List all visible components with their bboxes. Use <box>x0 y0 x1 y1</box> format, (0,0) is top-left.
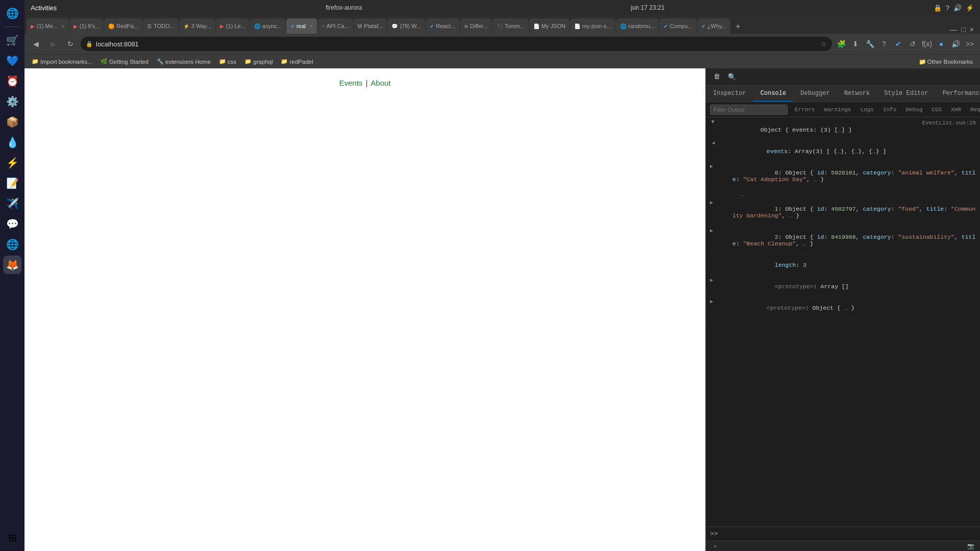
taskbar-icon-apps[interactable]: ⊞ <box>3 529 21 547</box>
bookmark-import[interactable]: 📁 Import bookmarks... <box>29 57 95 66</box>
taskbar-icon-slack[interactable]: 💬 <box>3 215 21 233</box>
filter-xhr[interactable]: XHR <box>947 106 965 114</box>
expand-arrow-8[interactable]: ▶ <box>710 298 716 305</box>
tab-3[interactable]: 🟠 RedPa... <box>104 18 142 34</box>
extensions-icon[interactable]: 🧩 <box>835 38 847 50</box>
tab-label: (1) Me... <box>37 23 58 29</box>
taskbar-icon-discord[interactable]: 💙 <box>3 52 21 70</box>
tab-7[interactable]: 🌐 async... <box>250 18 286 34</box>
tab-13[interactable]: ≋ Differ... <box>460 18 492 34</box>
tab-15[interactable]: 📄 My JSON <box>529 18 570 34</box>
dt-tab-inspector[interactable]: Inspector <box>706 86 753 102</box>
expand-arrow-7[interactable]: ▶ <box>710 277 716 283</box>
power-icon[interactable]: ⚡ <box>966 4 974 12</box>
expand-arrow-1[interactable]: ▶ <box>710 120 716 127</box>
reload-button[interactable]: ↻ <box>63 37 78 51</box>
close-button[interactable]: × <box>970 26 974 34</box>
help-nav-icon[interactable]: ? <box>878 38 890 50</box>
tab-close-active[interactable]: × <box>310 23 313 29</box>
taskbar-icon-clock[interactable]: ⏰ <box>3 72 21 90</box>
bookmarks-other[interactable]: 📁 Other Bookmarks <box>916 57 976 66</box>
expand-arrow-5[interactable]: ▶ <box>710 228 716 234</box>
taskbar-icon-writer[interactable]: 📝 <box>3 174 21 192</box>
tab-12[interactable]: ✔ React... <box>426 18 459 34</box>
bookmark-star-icon[interactable]: ☆ <box>820 40 827 48</box>
filter-debug[interactable]: Debug <box>901 106 926 114</box>
dt-tab-performance[interactable]: Performance <box>936 86 980 102</box>
filter-warnings[interactable]: Warnings <box>820 106 855 114</box>
taskbar-icon-globe[interactable]: 🌐 <box>3 4 21 22</box>
minimize-button[interactable]: — <box>950 26 957 34</box>
bookmark-css[interactable]: 📁 css <box>216 57 239 66</box>
tab-9[interactable]: ~ API Ca... <box>317 18 353 34</box>
audio-icon[interactable]: 🔊 <box>949 38 962 50</box>
sync-icon[interactable]: ✔ <box>892 38 904 50</box>
tab-14[interactable]: ⚫ Tomm... <box>493 18 529 34</box>
console-input[interactable] <box>721 531 976 538</box>
taskbar-icon-chrome[interactable]: 🌐 <box>3 235 21 254</box>
profile-icon[interactable]: f(x) <box>921 38 933 50</box>
tab-18[interactable]: ✔ Compu... <box>659 18 697 34</box>
download-icon[interactable]: ⬇ <box>849 38 862 50</box>
tab-2[interactable]: ▶ (1) It's... <box>69 18 104 34</box>
tab-8-active[interactable]: ✔ real × <box>286 18 317 34</box>
taskbar-icon-droplet[interactable]: 💧 <box>3 133 21 152</box>
taskbar-icon-firefox[interactable]: 🦊 <box>3 256 21 274</box>
taskbar: 🌐 🛒 💙 ⏰ ⚙️ 📦 💧 ⚡ 📝 ✈️ 💬 🌐 🦊 ⊞ <box>0 0 24 551</box>
tab-close[interactable]: × <box>62 23 65 29</box>
address-bar[interactable]: 🔒 localhost:8081 ☆ <box>81 37 832 51</box>
devtools-tabs: Inspector Console Debugger Network Style… <box>706 86 980 102</box>
refresh-icon[interactable]: ↺ <box>906 38 919 50</box>
help-icon[interactable]: ? <box>946 4 949 12</box>
devtools-icon[interactable]: 🔧 <box>864 38 876 50</box>
activities-button[interactable]: Activities <box>31 4 57 12</box>
volume-icon[interactable]: 🔊 <box>953 4 962 12</box>
nav-link-about[interactable]: About <box>371 79 390 87</box>
bookmark-extensions[interactable]: 🔧 extensions Home <box>154 57 214 66</box>
dt-tab-debugger[interactable]: Debugger <box>793 86 837 102</box>
filter-errors[interactable]: Errors <box>791 106 819 114</box>
forward-button[interactable]: ▶ <box>46 37 60 51</box>
tab-label: Compu... <box>670 23 693 29</box>
devtools-expand-bottom[interactable]: » <box>710 541 720 552</box>
more-tools-icon[interactable]: >> <box>964 38 976 50</box>
tab-favicon: ▶ <box>74 23 78 29</box>
devtools-clear-button[interactable]: 🗑 <box>710 70 723 84</box>
tab-10[interactable]: M Plataf... <box>354 18 387 34</box>
new-tab-button[interactable]: + <box>731 19 745 34</box>
devtools-screenshot-bottom[interactable]: 📷 <box>966 541 976 552</box>
console-filter-input[interactable] <box>710 105 788 115</box>
tab-5[interactable]: ⚡ 3 Way... <box>179 18 215 34</box>
expand-arrow-3[interactable]: ▶ <box>710 163 716 169</box>
taskbar-icon-settings[interactable]: ⚙️ <box>3 92 21 111</box>
tab-11[interactable]: 💬 (78) W... <box>387 18 425 34</box>
expand-arrow-2[interactable]: ▼ <box>710 142 716 148</box>
filter-requests[interactable]: Requests <box>966 106 980 114</box>
taskbar-icon-shop[interactable]: 🛒 <box>3 31 21 49</box>
tab-4[interactable]: ☰ TODO... <box>143 18 179 34</box>
bookmark-getting-started[interactable]: 🌿 Getting Started <box>97 57 152 66</box>
back-button[interactable]: ◀ <box>29 37 43 51</box>
expand-arrow-4[interactable]: ▶ <box>710 199 716 206</box>
taskbar-icon-vscode[interactable]: ⚡ <box>3 154 21 172</box>
container-icon[interactable]: ● <box>935 38 947 50</box>
nav-link-events[interactable]: Events <box>339 79 363 87</box>
dt-tab-style-editor[interactable]: Style Editor <box>877 86 935 102</box>
tab-6[interactable]: ▶ (1) Le... <box>216 18 250 34</box>
tab-19[interactable]: ✔ ¿Why... <box>697 18 730 34</box>
taskbar-icon-telegram[interactable]: ✈️ <box>3 194 21 213</box>
bookmark-graphql[interactable]: 📁 graphql <box>241 57 276 66</box>
devtools-search-button[interactable]: 🔍 <box>725 70 739 84</box>
taskbar-icon-package[interactable]: 📦 <box>3 113 21 131</box>
maximize-button[interactable]: □ <box>961 26 965 34</box>
dt-tab-console[interactable]: Console <box>753 86 793 102</box>
dt-tab-network[interactable]: Network <box>837 86 877 102</box>
bookmark-redpadel[interactable]: 📁 redPadel <box>278 57 316 66</box>
window-controls: — □ × <box>946 26 978 34</box>
tab-16[interactable]: 📄 my-json-s... <box>570 18 616 34</box>
filter-css[interactable]: CSS <box>927 106 946 114</box>
filter-info[interactable]: Info <box>879 106 900 114</box>
tab-1[interactable]: ▶ (1) Me... × <box>27 18 69 34</box>
filter-logs[interactable]: Logs <box>856 106 877 114</box>
tab-17[interactable]: 🌐 randomu... <box>616 18 659 34</box>
